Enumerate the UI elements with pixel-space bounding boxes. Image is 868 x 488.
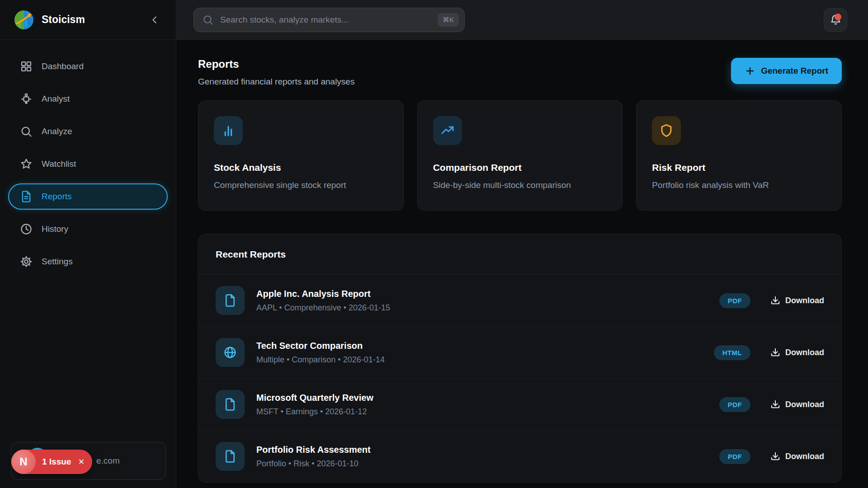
- report-icon-tile: [216, 338, 245, 367]
- sidebar-item-label: Dashboard: [42, 61, 84, 71]
- report-type-cards: Stock Analysis Comprehensive single stoc…: [198, 100, 842, 211]
- download-label: Download: [785, 400, 824, 409]
- gear-icon: [20, 255, 33, 268]
- report-row-text: Microsoft Quarterly Review MSFT • Earnin…: [256, 393, 373, 417]
- notifications-button[interactable]: [824, 8, 847, 32]
- format-badge: PDF: [719, 449, 750, 464]
- report-row-actions: PDF Download: [719, 449, 824, 464]
- sidebar-nav: Dashboard Analyst Analyze Watchlist Repo…: [0, 40, 176, 275]
- chevron-left-icon: [150, 15, 160, 25]
- report-title: Portfolio Risk Assessment: [256, 445, 371, 455]
- trending-up-icon: [440, 123, 455, 138]
- generate-report-button[interactable]: Generate Report: [731, 58, 842, 84]
- search-input[interactable]: [220, 15, 431, 25]
- download-button[interactable]: Download: [770, 399, 824, 409]
- card-risk-report[interactable]: Risk Report Portfolio risk analysis with…: [636, 100, 842, 211]
- download-button[interactable]: Download: [770, 347, 824, 357]
- clock-icon: [20, 223, 33, 235]
- brand-name: Stoicism: [42, 14, 85, 26]
- report-row-text: Portfolio Risk Assessment Portfolio • Ri…: [256, 445, 371, 469]
- format-badge: HTML: [714, 345, 750, 360]
- report-title: Tech Sector Comparison: [256, 341, 385, 351]
- report-icon-tile: [216, 442, 245, 471]
- download-icon: [770, 347, 780, 357]
- card-title: Risk Report: [652, 162, 826, 173]
- sidebar-item-settings[interactable]: Settings: [8, 249, 168, 275]
- file-icon: [223, 398, 237, 411]
- sidebar-item-analyst[interactable]: Analyst: [8, 86, 168, 112]
- search-box[interactable]: ⌘K: [193, 8, 465, 32]
- file-icon: [223, 450, 237, 463]
- notification-dot: [835, 14, 841, 20]
- download-label: Download: [785, 348, 824, 357]
- report-row-actions: PDF Download: [719, 397, 824, 412]
- card-title: Stock Analysis: [214, 162, 388, 173]
- download-button[interactable]: Download: [770, 451, 824, 461]
- sidebar: Stoicism Dashboard Analyst Analyze Watch…: [0, 0, 176, 488]
- report-title: Apple Inc. Analysis Report: [256, 289, 390, 299]
- grid-icon: [20, 60, 33, 73]
- download-button[interactable]: Download: [770, 296, 824, 305]
- report-row-actions: PDF Download: [719, 293, 824, 308]
- issue-badge-initial: N: [11, 450, 36, 474]
- report-meta: Portfolio • Risk • 2026-01-10: [256, 459, 371, 469]
- sidebar-item-label: History: [42, 224, 68, 234]
- bot-icon: [20, 93, 33, 105]
- generate-report-label: Generate Report: [761, 66, 828, 76]
- page-subtitle: Generated financial reports and analyses: [198, 77, 354, 87]
- format-badge: PDF: [719, 293, 750, 308]
- report-row-actions: HTML Download: [714, 345, 824, 360]
- sidebar-item-label: Watchlist: [42, 159, 76, 169]
- card-icon-tile: [214, 116, 243, 145]
- download-label: Download: [785, 296, 824, 305]
- file-text-icon: [20, 190, 33, 203]
- user-email: e.com: [96, 456, 120, 466]
- card-description: Comprehensive single stock report: [214, 180, 388, 190]
- report-meta: MSFT • Earnings • 2026-01-12: [256, 407, 373, 417]
- star-icon: [20, 158, 33, 170]
- page-title: Reports: [198, 58, 354, 70]
- shield-icon: [659, 123, 674, 138]
- sidebar-item-reports[interactable]: Reports: [8, 183, 168, 210]
- brand-logo-icon: [14, 9, 34, 30]
- page-content: Reports Generated financial reports and …: [176, 40, 868, 488]
- search-icon: [20, 125, 33, 138]
- sidebar-item-history[interactable]: History: [8, 216, 168, 242]
- page-header: Reports Generated financial reports and …: [198, 58, 842, 87]
- sidebar-collapse-button[interactable]: [147, 12, 162, 28]
- download-icon: [770, 399, 780, 409]
- sidebar-item-watchlist[interactable]: Watchlist: [8, 151, 168, 177]
- sidebar-item-label: Analyze: [42, 127, 72, 136]
- search-icon: [202, 14, 214, 26]
- report-row[interactable]: Apple Inc. Analysis Report AAPL • Compre…: [198, 275, 841, 327]
- report-row[interactable]: Microsoft Quarterly Review MSFT • Earnin…: [198, 379, 841, 431]
- sidebar-item-label: Settings: [42, 257, 73, 267]
- download-icon: [770, 451, 780, 461]
- issue-badge[interactable]: N 1 Issue ×: [11, 450, 92, 474]
- download-icon: [770, 296, 780, 305]
- recent-reports-title: Recent Reports: [198, 235, 841, 275]
- main-area: ⌘K Reports Generated financial reports a…: [176, 0, 868, 488]
- close-icon[interactable]: ×: [78, 457, 90, 467]
- recent-reports-panel: Recent Reports Apple Inc. Analysis Repor…: [198, 234, 842, 483]
- sidebar-item-analyze[interactable]: Analyze: [8, 118, 168, 145]
- bar-chart-icon: [221, 123, 236, 138]
- page-header-text: Reports Generated financial reports and …: [198, 58, 354, 87]
- report-row-text: Apple Inc. Analysis Report AAPL • Compre…: [256, 289, 390, 313]
- globe-icon: [223, 346, 237, 359]
- issue-badge-label: 1 Issue: [42, 457, 71, 467]
- report-row[interactable]: Portfolio Risk Assessment Portfolio • Ri…: [198, 431, 841, 482]
- report-row-text: Tech Sector Comparison Multiple • Compar…: [256, 341, 385, 365]
- sidebar-item-dashboard[interactable]: Dashboard: [8, 53, 168, 80]
- report-icon-tile: [216, 390, 245, 419]
- user-card: e.com N 1 Issue ×: [11, 442, 166, 480]
- card-comparison-report[interactable]: Comparison Report Side-by-side multi-sto…: [417, 100, 623, 211]
- card-description: Side-by-side multi-stock comparison: [433, 180, 607, 190]
- card-stock-analysis[interactable]: Stock Analysis Comprehensive single stoc…: [198, 100, 404, 211]
- card-description: Portfolio risk analysis with VaR: [652, 180, 826, 190]
- report-row[interactable]: Tech Sector Comparison Multiple • Compar…: [198, 327, 841, 379]
- report-meta: Multiple • Comparison • 2026-01-14: [256, 355, 385, 365]
- card-icon-tile: [433, 116, 462, 145]
- sidebar-item-label: Analyst: [42, 94, 70, 104]
- card-title: Comparison Report: [433, 162, 607, 173]
